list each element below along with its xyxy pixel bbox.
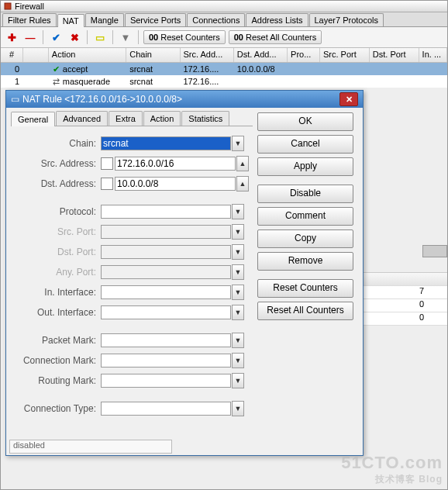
dialog-titlebar[interactable]: ▭ NAT Rule <172.16.0.0/16->10.0.0.0/8> ✕ bbox=[6, 91, 363, 108]
disable-button[interactable]: Disable bbox=[257, 185, 353, 203]
close-button[interactable]: ✕ bbox=[339, 92, 358, 106]
tab-statistics[interactable]: Statistics bbox=[181, 111, 229, 126]
col-dst[interactable]: Dst. Add... bbox=[234, 48, 288, 62]
scrollbar-fragment[interactable] bbox=[422, 245, 447, 257]
chain-input[interactable] bbox=[101, 136, 231, 150]
grid-header: # Action Chain Src. Add... Dst. Add... P… bbox=[1, 48, 447, 63]
cell-sport bbox=[320, 80, 370, 83]
reset-all-counters-button[interactable]: 00 Reset All Counters bbox=[229, 30, 322, 44]
tab-advanced[interactable]: Advanced bbox=[56, 111, 108, 126]
nat-rule-dialog: ▭ NAT Rule <172.16.0.0/16->10.0.0.0/8> ✕… bbox=[5, 90, 364, 456]
col-inif[interactable]: In. ... bbox=[419, 48, 447, 62]
src-address-input[interactable] bbox=[115, 157, 236, 171]
reset-all-counters-button[interactable]: Reset All Counters bbox=[257, 302, 353, 320]
col-chain[interactable]: Chain bbox=[126, 48, 180, 62]
cell-src: 172.16.... bbox=[181, 63, 234, 75]
chain-dropdown-icon[interactable]: ▼ bbox=[232, 136, 244, 151]
col-dport[interactable]: Dst. Port bbox=[370, 48, 419, 62]
window-icon: ▭ bbox=[11, 94, 19, 105]
cell-inif bbox=[419, 67, 447, 71]
tab-address-lists[interactable]: Address Lists bbox=[246, 13, 308, 26]
cell-action: ✔accept bbox=[49, 63, 126, 76]
cell-proto bbox=[288, 80, 320, 83]
tab-mangle[interactable]: Mangle bbox=[85, 13, 124, 26]
src-port-input[interactable] bbox=[101, 225, 231, 239]
comment-button[interactable]: Comment bbox=[257, 207, 353, 226]
disable-button[interactable]: ✖ bbox=[67, 29, 82, 45]
separator bbox=[87, 30, 88, 44]
col-icon[interactable] bbox=[23, 48, 49, 62]
expand-icon[interactable]: ▼ bbox=[232, 285, 244, 300]
dst-address-input[interactable] bbox=[115, 177, 236, 191]
reset-counters-button[interactable]: Reset Counters bbox=[257, 279, 353, 298]
expand-icon[interactable]: ▼ bbox=[232, 305, 244, 320]
remove-button[interactable]: Remove bbox=[257, 252, 353, 271]
main-tabs: Filter Rules NAT Mangle Service Ports Co… bbox=[1, 12, 447, 27]
routing-mark-label: Routing Mark: bbox=[11, 375, 101, 386]
out-interface-label: Out. Interface: bbox=[11, 307, 101, 318]
expand-icon[interactable]: ▼ bbox=[232, 224, 244, 240]
in-interface-label: In. Interface: bbox=[11, 287, 101, 298]
expand-icon[interactable]: ▼ bbox=[232, 401, 244, 416]
reset-counters-button[interactable]: 00 Reset Counters bbox=[143, 30, 226, 44]
collapse-icon[interactable]: ▲ bbox=[236, 156, 249, 171]
packet-mark-input[interactable] bbox=[101, 333, 231, 347]
dst-port-input[interactable] bbox=[101, 245, 231, 259]
firewall-icon bbox=[4, 2, 12, 10]
in-interface-input[interactable] bbox=[101, 285, 231, 299]
add-button[interactable]: ✚ bbox=[4, 29, 19, 45]
enable-button[interactable]: ✔ bbox=[48, 29, 64, 45]
expand-icon[interactable]: ▼ bbox=[232, 244, 244, 260]
cell-proto bbox=[288, 67, 320, 71]
tab-general[interactable]: General bbox=[11, 112, 55, 126]
comment-button[interactable]: ▭ bbox=[92, 29, 108, 45]
tab-layer7[interactable]: Layer7 Protocols bbox=[309, 13, 384, 26]
cell-src: 172.16.... bbox=[181, 75, 234, 88]
filter-icon[interactable]: ▼ bbox=[118, 29, 133, 45]
any-port-label: Any. Port: bbox=[11, 267, 101, 278]
expand-icon[interactable]: ▼ bbox=[232, 264, 244, 280]
table-row[interactable]: 1 ⇄masquerade srcnat 172.16.... bbox=[1, 75, 447, 88]
separator bbox=[43, 30, 43, 44]
cell-sport bbox=[320, 67, 370, 71]
cell-dport bbox=[370, 67, 419, 71]
expand-icon[interactable]: ▼ bbox=[232, 353, 244, 368]
col-src[interactable]: Src. Add... bbox=[181, 48, 234, 62]
col-action[interactable]: Action bbox=[49, 48, 126, 62]
connection-mark-label: Connection Mark: bbox=[11, 355, 101, 366]
dst-address-label: Dst. Address: bbox=[11, 178, 101, 189]
routing-mark-input[interactable] bbox=[101, 374, 231, 388]
collapse-icon[interactable]: ▲ bbox=[236, 176, 249, 192]
tab-filter-rules[interactable]: Filter Rules bbox=[2, 13, 57, 26]
expand-icon[interactable]: ▼ bbox=[232, 373, 244, 388]
separator bbox=[138, 30, 139, 44]
cancel-button[interactable]: Cancel bbox=[257, 135, 353, 154]
remove-button[interactable]: — bbox=[22, 29, 38, 45]
dst-port-label: Dst. Port: bbox=[11, 247, 101, 257]
expand-icon[interactable]: ▼ bbox=[232, 204, 244, 219]
protocol-label: Protocol: bbox=[11, 206, 101, 217]
watermark: 51CTO.com 技术博客 Blog bbox=[341, 453, 443, 486]
tab-service-ports[interactable]: Service Ports bbox=[125, 13, 186, 26]
col-proto[interactable]: Pro... bbox=[288, 48, 320, 62]
cell-icon bbox=[23, 67, 49, 71]
connection-type-input[interactable] bbox=[101, 402, 231, 416]
tab-nat[interactable]: NAT bbox=[57, 14, 84, 27]
tab-connections[interactable]: Connections bbox=[187, 13, 245, 26]
out-interface-input[interactable] bbox=[101, 305, 231, 319]
col-num[interactable]: # bbox=[1, 48, 23, 62]
tab-extra[interactable]: Extra bbox=[109, 111, 143, 126]
expand-icon[interactable]: ▼ bbox=[232, 333, 244, 348]
apply-button[interactable]: Apply bbox=[257, 157, 353, 176]
tab-action[interactable]: Action bbox=[143, 111, 181, 126]
connection-mark-input[interactable] bbox=[101, 354, 231, 368]
protocol-input[interactable] bbox=[101, 205, 231, 219]
ok-button[interactable]: OK bbox=[257, 112, 353, 131]
dst-invert-checkbox[interactable] bbox=[101, 178, 113, 190]
copy-button[interactable]: Copy bbox=[257, 229, 353, 248]
cell-inif bbox=[419, 80, 447, 83]
src-invert-checkbox[interactable] bbox=[101, 157, 113, 170]
col-sport[interactable]: Src. Port bbox=[320, 48, 370, 62]
any-port-input[interactable] bbox=[101, 265, 231, 279]
table-row[interactable]: 0 ✔accept srcnat 172.16.... 10.0.0.0/8 bbox=[1, 63, 447, 75]
